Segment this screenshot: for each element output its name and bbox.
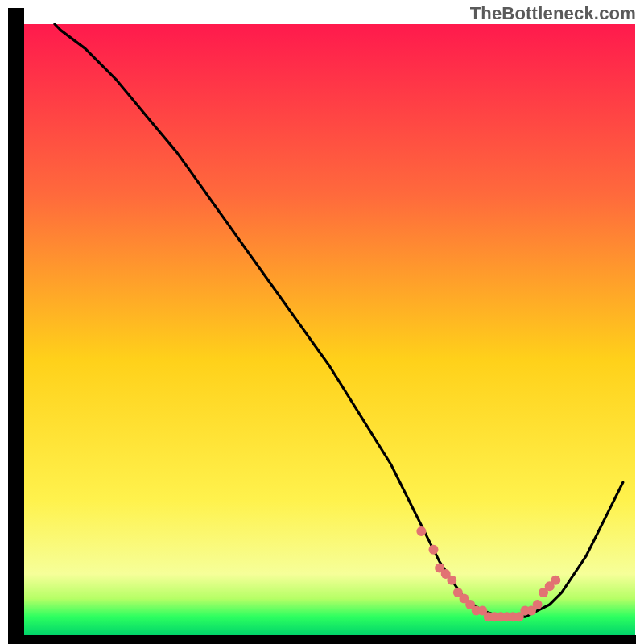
marker-dot bbox=[551, 576, 560, 585]
chart-stage: TheBottleneck.com bbox=[0, 0, 644, 644]
marker-dot bbox=[429, 545, 439, 555]
y-axis bbox=[8, 8, 24, 636]
x-axis bbox=[8, 635, 636, 644]
gradient-background bbox=[24, 24, 635, 635]
marker-dot bbox=[447, 576, 456, 585]
marker-dot bbox=[533, 600, 543, 609]
bottleneck-chart bbox=[0, 0, 644, 644]
marker-dot bbox=[416, 526, 426, 536]
